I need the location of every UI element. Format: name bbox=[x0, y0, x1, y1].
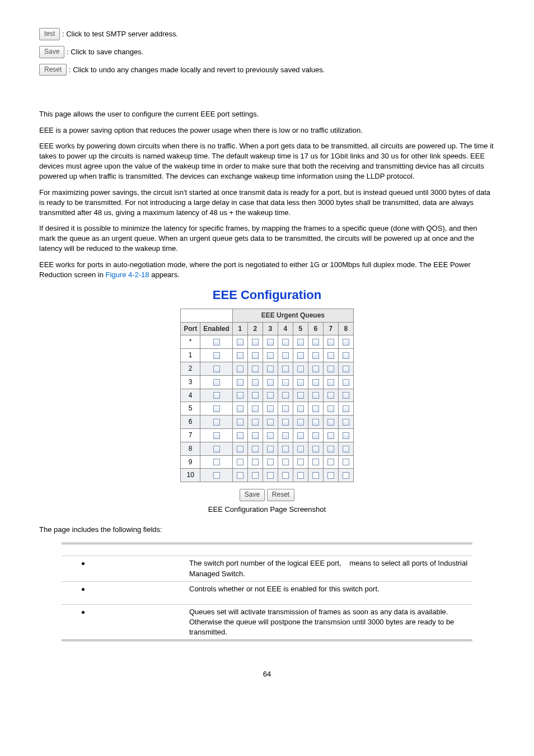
checkbox[interactable] bbox=[297, 459, 304, 465]
checkbox[interactable] bbox=[327, 405, 334, 412]
checkbox[interactable] bbox=[282, 339, 289, 346]
checkbox[interactable] bbox=[297, 392, 304, 399]
checkbox[interactable] bbox=[312, 339, 319, 346]
checkbox[interactable] bbox=[297, 419, 304, 426]
checkbox[interactable] bbox=[252, 366, 259, 372]
checkbox[interactable] bbox=[282, 379, 289, 386]
checkbox[interactable] bbox=[297, 446, 304, 452]
checkbox[interactable] bbox=[312, 405, 319, 412]
checkbox[interactable] bbox=[267, 392, 274, 399]
checkbox[interactable] bbox=[267, 352, 274, 359]
checkbox[interactable] bbox=[252, 339, 259, 346]
checkbox[interactable] bbox=[327, 472, 334, 479]
checkbox[interactable] bbox=[343, 379, 349, 386]
checkbox[interactable] bbox=[237, 339, 243, 346]
checkbox[interactable] bbox=[237, 352, 243, 359]
checkbox[interactable] bbox=[252, 459, 259, 465]
checkbox[interactable] bbox=[297, 472, 304, 479]
checkbox[interactable] bbox=[237, 446, 243, 452]
checkbox[interactable] bbox=[343, 392, 349, 399]
checkbox[interactable] bbox=[213, 419, 220, 426]
checkbox[interactable] bbox=[327, 432, 334, 439]
checkbox[interactable] bbox=[343, 472, 349, 479]
checkbox[interactable] bbox=[252, 419, 259, 426]
checkbox[interactable] bbox=[267, 379, 274, 386]
checkbox[interactable] bbox=[213, 459, 220, 465]
checkbox[interactable] bbox=[343, 339, 349, 346]
checkbox[interactable] bbox=[213, 432, 220, 439]
checkbox[interactable] bbox=[343, 419, 349, 426]
checkbox[interactable] bbox=[327, 379, 334, 386]
checkbox[interactable] bbox=[327, 366, 334, 372]
checkbox[interactable] bbox=[237, 392, 243, 399]
checkbox[interactable] bbox=[297, 405, 304, 412]
checkbox[interactable] bbox=[237, 405, 243, 412]
checkbox[interactable] bbox=[343, 446, 349, 452]
checkbox[interactable] bbox=[343, 352, 349, 359]
checkbox[interactable] bbox=[282, 405, 289, 412]
checkbox[interactable] bbox=[282, 392, 289, 399]
checkbox[interactable] bbox=[343, 432, 349, 439]
checkbox[interactable] bbox=[327, 419, 334, 426]
checkbox[interactable] bbox=[213, 366, 220, 372]
checkbox[interactable] bbox=[282, 472, 289, 479]
checkbox[interactable] bbox=[312, 352, 319, 359]
checkbox[interactable] bbox=[312, 432, 319, 439]
checkbox[interactable] bbox=[267, 472, 274, 479]
checkbox[interactable] bbox=[252, 405, 259, 412]
checkbox[interactable] bbox=[252, 472, 259, 479]
checkbox[interactable] bbox=[282, 352, 289, 359]
checkbox[interactable] bbox=[252, 432, 259, 439]
reset-button-top[interactable]: Reset bbox=[39, 64, 67, 76]
checkbox[interactable] bbox=[282, 419, 289, 426]
checkbox[interactable] bbox=[237, 432, 243, 439]
checkbox[interactable] bbox=[213, 339, 220, 346]
checkbox[interactable] bbox=[327, 459, 334, 465]
save-button-fig[interactable]: Save bbox=[240, 489, 265, 501]
checkbox[interactable] bbox=[213, 352, 220, 359]
checkbox[interactable] bbox=[282, 366, 289, 372]
checkbox[interactable] bbox=[237, 472, 243, 479]
checkbox[interactable] bbox=[282, 446, 289, 452]
checkbox[interactable] bbox=[237, 366, 243, 372]
checkbox[interactable] bbox=[343, 405, 349, 412]
checkbox[interactable] bbox=[343, 366, 349, 372]
checkbox[interactable] bbox=[267, 459, 274, 465]
checkbox[interactable] bbox=[327, 446, 334, 452]
checkbox[interactable] bbox=[213, 379, 220, 386]
checkbox[interactable] bbox=[312, 419, 319, 426]
checkbox[interactable] bbox=[297, 379, 304, 386]
checkbox[interactable] bbox=[327, 339, 334, 346]
checkbox[interactable] bbox=[252, 392, 259, 399]
checkbox[interactable] bbox=[267, 339, 274, 346]
checkbox[interactable] bbox=[297, 366, 304, 372]
checkbox[interactable] bbox=[297, 352, 304, 359]
checkbox[interactable] bbox=[327, 352, 334, 359]
checkbox[interactable] bbox=[312, 472, 319, 479]
checkbox[interactable] bbox=[252, 446, 259, 452]
test-button[interactable]: test bbox=[39, 28, 60, 40]
checkbox[interactable] bbox=[213, 405, 220, 412]
checkbox[interactable] bbox=[282, 432, 289, 439]
figure-ref-link[interactable]: Figure 4-2-18 bbox=[106, 270, 149, 279]
checkbox[interactable] bbox=[213, 392, 220, 399]
checkbox[interactable] bbox=[312, 379, 319, 386]
checkbox[interactable] bbox=[297, 432, 304, 439]
checkbox[interactable] bbox=[252, 352, 259, 359]
checkbox[interactable] bbox=[213, 446, 220, 452]
checkbox[interactable] bbox=[327, 392, 334, 399]
checkbox[interactable] bbox=[312, 459, 319, 465]
checkbox[interactable] bbox=[213, 472, 220, 479]
checkbox[interactable] bbox=[267, 366, 274, 372]
checkbox[interactable] bbox=[237, 459, 243, 465]
checkbox[interactable] bbox=[237, 419, 243, 426]
checkbox[interactable] bbox=[267, 432, 274, 439]
checkbox[interactable] bbox=[252, 379, 259, 386]
checkbox[interactable] bbox=[267, 446, 274, 452]
checkbox[interactable] bbox=[237, 379, 243, 386]
checkbox[interactable] bbox=[312, 392, 319, 399]
checkbox[interactable] bbox=[267, 419, 274, 426]
checkbox[interactable] bbox=[343, 459, 349, 465]
checkbox[interactable] bbox=[267, 405, 274, 412]
save-button-top[interactable]: Save bbox=[39, 46, 64, 58]
